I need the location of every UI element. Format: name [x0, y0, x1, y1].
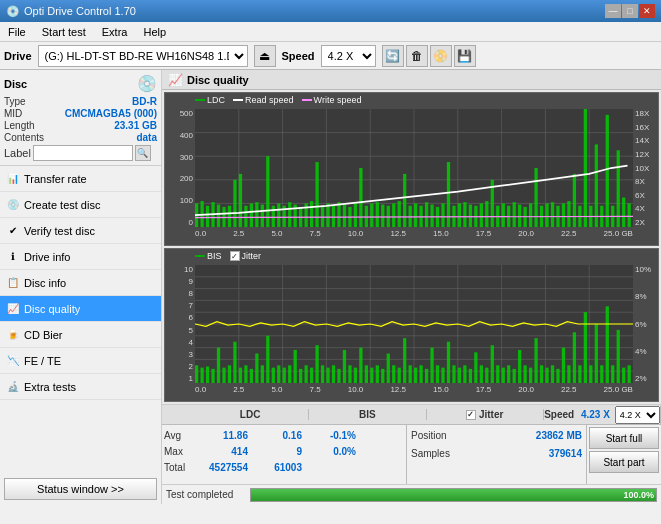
svg-rect-28: [277, 203, 280, 227]
svg-rect-74: [529, 203, 532, 227]
stats-position-value: 23862 MB: [536, 430, 582, 441]
menu-start-test[interactable]: Start test: [38, 25, 90, 39]
sidebar-item-label: Create test disc: [24, 199, 100, 211]
svg-rect-183: [589, 365, 592, 383]
jitter-stats-checkbox[interactable]: ✓: [466, 410, 476, 420]
sidebar-item-fe-te[interactable]: 📉 FE / TE: [0, 348, 161, 374]
start-full-button[interactable]: Start full: [589, 427, 659, 449]
disc-write-icon[interactable]: 📀: [430, 45, 452, 67]
disc-label-button[interactable]: 🔍: [135, 145, 151, 161]
svg-rect-162: [474, 352, 477, 383]
svg-rect-171: [524, 365, 527, 383]
sidebar-item-label: Transfer rate: [24, 173, 87, 185]
save-icon[interactable]: 💾: [454, 45, 476, 67]
menu-extra[interactable]: Extra: [98, 25, 132, 39]
ldc-y-axis-left: 500 400 300 200 100 0: [165, 109, 195, 227]
svg-rect-40: [343, 205, 346, 227]
svg-rect-45: [370, 203, 373, 227]
eject-button[interactable]: ⏏: [254, 45, 276, 67]
svg-rect-182: [584, 312, 587, 383]
menu-help[interactable]: Help: [139, 25, 170, 39]
progress-percent: 100.0%: [623, 490, 654, 500]
svg-rect-82: [573, 174, 576, 227]
svg-rect-155: [436, 365, 439, 383]
write-speed-legend-dot: [302, 99, 312, 101]
progress-bar-inner: 100.0%: [251, 489, 656, 501]
drive-info-icon: ℹ: [6, 250, 20, 264]
svg-rect-119: [239, 368, 242, 383]
disc-panel-title: Disc: [4, 78, 27, 90]
svg-rect-90: [617, 150, 620, 227]
svg-rect-120: [244, 365, 247, 383]
status-window-button[interactable]: Status window >>: [4, 478, 157, 500]
menu-file[interactable]: File: [4, 25, 30, 39]
ldc-legend-dot: [195, 99, 205, 101]
sidebar-item-transfer-rate[interactable]: 📊 Transfer rate: [0, 166, 161, 192]
speed-select[interactable]: 4.2 X: [321, 45, 376, 67]
svg-rect-166: [496, 365, 499, 383]
progress-container: Test completed 100.0%: [162, 484, 661, 504]
svg-rect-50: [398, 201, 401, 227]
svg-rect-69: [502, 203, 505, 227]
svg-rect-71: [513, 202, 516, 227]
svg-rect-172: [529, 368, 532, 383]
svg-rect-17: [217, 205, 220, 227]
disc-erase-icon[interactable]: 🗑: [406, 45, 428, 67]
sidebar-item-cd-bier[interactable]: 🍺 CD Bier: [0, 322, 161, 348]
toolbar-icons: 🔄 🗑 📀 💾: [382, 45, 476, 67]
sidebar-item-drive-info[interactable]: ℹ Drive info: [0, 244, 161, 270]
svg-rect-36: [321, 206, 324, 227]
speed-stats-select[interactable]: 4.2 X: [615, 406, 660, 424]
svg-rect-115: [217, 348, 220, 383]
svg-rect-49: [392, 203, 395, 227]
disc-label-input[interactable]: [33, 145, 133, 161]
svg-rect-190: [628, 365, 631, 383]
svg-rect-37: [326, 203, 329, 227]
svg-rect-125: [272, 368, 275, 383]
start-part-button[interactable]: Start part: [589, 451, 659, 473]
disc-panel: Disc 💿 Type BD-R MID CMCMAGBA5 (000) Len…: [0, 70, 161, 166]
sidebar: Disc 💿 Type BD-R MID CMCMAGBA5 (000) Len…: [0, 70, 162, 504]
close-button[interactable]: ✕: [639, 4, 655, 18]
progress-text: Test completed: [166, 489, 246, 500]
quality-header-icon: 📈: [168, 73, 183, 87]
svg-rect-42: [354, 203, 357, 227]
ldc-y-axis-right: 18X 16X 14X 12X 10X 8X 6X 4X 2X: [633, 109, 658, 227]
drive-select[interactable]: (G:) HL-DT-ST BD-RE WH16NS48 1.D3: [38, 45, 248, 67]
sidebar-item-extra-tests[interactable]: 🔬 Extra tests: [0, 374, 161, 400]
maximize-button[interactable]: □: [622, 4, 638, 18]
disc-length-row: Length 23.31 GB: [4, 120, 157, 131]
sidebar-item-label: Verify test disc: [24, 225, 95, 237]
sidebar-item-disc-quality[interactable]: 📈 Disc quality: [0, 296, 161, 322]
svg-rect-81: [567, 201, 570, 227]
sidebar-item-create-test-disc[interactable]: 💿 Create test disc: [0, 192, 161, 218]
svg-rect-138: [343, 350, 346, 383]
stats-samples-value: 379614: [549, 448, 582, 459]
svg-rect-127: [283, 368, 286, 383]
disc-mid-row: MID CMCMAGBA5 (000): [4, 108, 157, 119]
svg-rect-116: [222, 368, 225, 383]
titlebar: 💿 Opti Drive Control 1.70 — □ ✕: [0, 0, 661, 22]
disc-quality-icon: 📈: [6, 302, 20, 316]
read-speed-legend-item: Read speed: [233, 95, 294, 105]
svg-rect-65: [480, 203, 483, 227]
svg-rect-159: [458, 368, 461, 383]
sidebar-item-label: FE / TE: [24, 355, 61, 367]
svg-rect-63: [469, 205, 472, 227]
sidebar-item-disc-info[interactable]: 📋 Disc info: [0, 270, 161, 296]
svg-rect-187: [611, 365, 614, 383]
svg-rect-163: [480, 365, 483, 383]
svg-rect-131: [305, 365, 308, 383]
stats-max-label: Max: [164, 446, 194, 457]
sidebar-item-verify-test-disc[interactable]: ✔ Verify test disc: [0, 218, 161, 244]
svg-rect-111: [195, 365, 198, 383]
svg-rect-157: [447, 342, 450, 383]
jitter-checkbox[interactable]: ✓: [230, 251, 240, 261]
refresh-icon[interactable]: 🔄: [382, 45, 404, 67]
stats-content: Avg 11.86 0.16 -0.1% Max 414 9 0.0% Tota…: [162, 425, 661, 484]
minimize-button[interactable]: —: [605, 4, 621, 18]
svg-rect-21: [239, 174, 242, 227]
svg-rect-27: [272, 206, 275, 227]
app-title: Opti Drive Control 1.70: [24, 5, 136, 17]
disc-contents-label: Contents: [4, 132, 44, 143]
